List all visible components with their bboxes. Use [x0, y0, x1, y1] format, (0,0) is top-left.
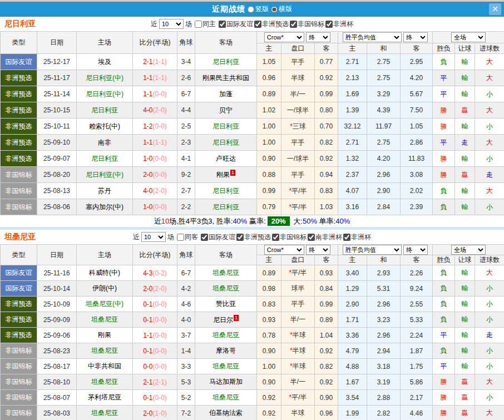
same-venue-checkbox[interactable]	[195, 21, 202, 28]
competition-filter[interactable]: 非国锦标	[272, 233, 307, 242]
match-date-cell: 25-08-13	[37, 183, 77, 199]
scope-select[interactable]: 全场	[451, 245, 486, 255]
home-team-cell: 埃及	[77, 54, 133, 70]
handicap-result-cell: 贏	[455, 406, 475, 420]
score-cell: 4-0(2-0)	[133, 102, 177, 118]
home-team-cell: 南非	[77, 135, 133, 151]
competition-checkbox[interactable]	[325, 21, 333, 28]
col-away: 客场	[195, 245, 257, 265]
scope-header: 全场	[433, 245, 504, 255]
avg-type-select[interactable]: 胜平负均值	[343, 32, 402, 42]
odds-company-select[interactable]: Crow*	[264, 245, 304, 255]
competition-filter[interactable]: 非国锦标	[290, 19, 324, 29]
close-button[interactable]: ✕	[489, 3, 501, 15]
halftime-score: (0-0)	[153, 347, 167, 355]
score-cell: 4-0(2-0)	[133, 183, 177, 199]
match-count-select[interactable]: 10	[159, 19, 184, 29]
result-cell: 平	[433, 135, 455, 151]
home-team-cell: 塞内加尔(中)	[77, 199, 133, 215]
goals-cell: 小	[475, 312, 504, 328]
handicap-cell: 半/一	[281, 374, 315, 390]
competition-filter[interactable]: 非洲杯	[343, 233, 371, 242]
scope-select[interactable]: 全场	[451, 32, 486, 42]
avg-draw-cell: 2.84	[367, 199, 401, 215]
red-sup-badge: 1	[230, 170, 235, 176]
competition-label: 国际友谊	[226, 19, 253, 29]
odds-company-select[interactable]: Crow*	[264, 32, 304, 42]
competition-checkbox[interactable]	[343, 234, 350, 241]
away-team-cell: 尼日尔1	[195, 312, 257, 328]
match-date-cell: 25-10-15	[37, 102, 77, 118]
halftime-score: (0-0)	[153, 316, 167, 324]
match-row: 非国锦标25-08-13苏丹4-0(2-0)2-7尼日利亚0.99*平/半0.8…	[1, 183, 504, 199]
section-team-name: 尼日利亚	[4, 19, 36, 29]
competition-filter[interactable]: 非洲预选	[254, 19, 289, 29]
match-type-cell: 非国锦标	[1, 183, 37, 199]
competition-checkbox[interactable]	[290, 21, 297, 28]
avg-time-select[interactable]: 终	[403, 245, 428, 255]
home-odds-cell: 0.78	[257, 328, 281, 343]
col-avg-draw: 和	[367, 43, 401, 54]
competition-checkbox[interactable]	[308, 234, 315, 241]
layout-option-vertical[interactable]: 竖版	[248, 4, 269, 14]
goals-cell: 小	[475, 297, 504, 312]
competition-filter[interactable]: 南非洲杯	[308, 233, 342, 242]
col-result: 胜负	[433, 255, 455, 265]
summary-segment: 大:	[291, 216, 303, 226]
competition-checkbox[interactable]	[254, 21, 261, 28]
away-odds-cell: 1.03	[315, 199, 338, 215]
fulltime-score: 0-1	[143, 394, 152, 402]
home-odds-cell: 0.90	[257, 343, 281, 359]
competition-filters: 国际友谊非洲预选非国锦标非洲杯	[218, 19, 353, 29]
score-cell: 0-1(0-0)	[133, 390, 177, 406]
match-count-select[interactable]: 10	[141, 232, 166, 242]
handicap-cell: *半球	[281, 328, 315, 343]
layout-option-horizontal[interactable]: 横版	[271, 4, 292, 14]
avg-away-cell: 5.86	[401, 374, 433, 390]
away-odds-cell: 0.99	[315, 297, 338, 312]
corners-cell: 2-3	[177, 135, 195, 151]
competition-filter[interactable]: 国际友谊	[201, 233, 235, 242]
home-team-cell: 尼日利亚	[77, 151, 133, 167]
same-venue-filter[interactable]: 同主	[195, 19, 216, 29]
competition-checkbox[interactable]	[219, 21, 226, 28]
match-row: 国际友谊25-10-14伊朗(中)2-0(2-0)4-2坦桑尼亚0.98球半0.…	[1, 281, 504, 297]
result-cell: 負	[433, 199, 455, 215]
odds-time-select[interactable]: 终	[306, 245, 330, 255]
fulltime-score: 1-2	[143, 122, 152, 130]
match-type-cell: 非洲预选	[1, 86, 37, 102]
competition-checkbox[interactable]	[236, 234, 244, 241]
match-row: 国际友谊25-11-16科威特(中)4-3(0-2)6-7坦桑尼亚0.89*平/…	[1, 265, 504, 281]
competition-checkbox[interactable]	[201, 234, 208, 241]
match-type-cell: 非国锦标	[1, 199, 37, 215]
avg-type-select[interactable]: 胜平负均值	[343, 245, 402, 255]
avg-time-select[interactable]: 终	[403, 32, 428, 42]
avg-away-cell: 11.83	[401, 151, 433, 167]
col-score: 比分(半场)	[133, 32, 177, 54]
avg-draw-cell: 2.82	[367, 406, 401, 420]
home-team-cell: 苏丹	[77, 183, 133, 199]
same-venue-checkbox[interactable]	[177, 234, 184, 241]
away-team-cell: 贝宁	[195, 102, 257, 118]
handicap-star: *	[289, 393, 291, 401]
fulltime-score: 1-1	[143, 332, 152, 339]
match-date-cell: 25-08-07	[37, 390, 77, 406]
home-odds-cell: 1.00	[257, 359, 281, 374]
competition-label: 非国锦标	[298, 19, 324, 29]
match-row: 非洲预选25-09-06刚果1-1(0-0)3-7坦桑尼亚0.78*半球1.04…	[1, 328, 504, 343]
summary-segment: 赢率:	[247, 216, 265, 226]
odds-time-select[interactable]: 终	[306, 32, 330, 42]
handicap-result-cell: 贏	[455, 374, 475, 390]
handicap-result-cell: 輸	[455, 199, 475, 215]
match-type-cell: 非洲预选	[1, 135, 37, 151]
col-handicap: 盘口	[281, 255, 315, 265]
layout-horizontal-radio[interactable]	[271, 6, 278, 13]
competition-checkbox[interactable]	[272, 234, 279, 241]
competition-filter[interactable]: 非洲杯	[325, 19, 353, 29]
same-venue-filter[interactable]: 同客	[177, 233, 198, 242]
col-handicap-result: 让球	[455, 43, 475, 54]
competition-filter[interactable]: 国际友谊	[219, 19, 253, 29]
layout-vertical-radio[interactable]	[248, 6, 254, 13]
home-team-cell: 尼日利亚(中)	[77, 86, 133, 102]
competition-filter[interactable]: 非洲预选	[236, 233, 271, 242]
